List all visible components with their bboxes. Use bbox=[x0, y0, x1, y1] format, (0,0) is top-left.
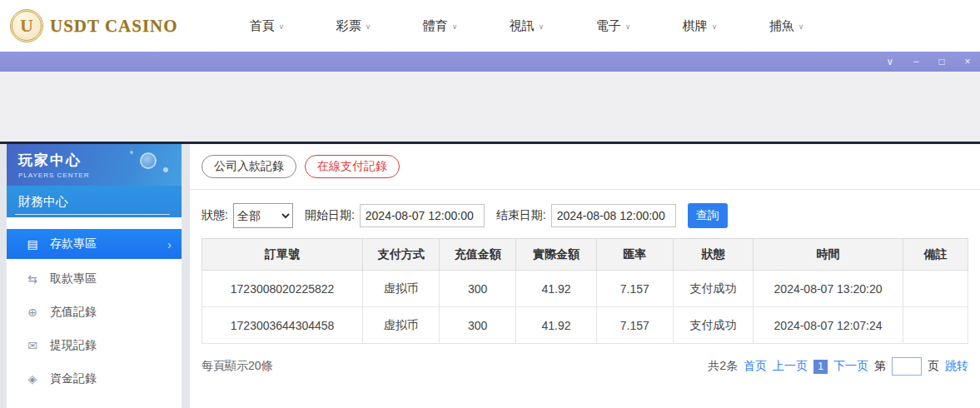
nav-label: 彩票 bbox=[336, 18, 361, 34]
cell-payment-method: 虚拟币 bbox=[363, 271, 440, 307]
player-center-subtitle: PLAYERS CENTER bbox=[18, 172, 182, 179]
nav-item-fishing[interactable]: 捕魚 ∨ bbox=[744, 18, 830, 34]
cell-time: 2024-08-07 13:20:20 bbox=[754, 271, 903, 307]
sidebar-item-label: 取款專區 bbox=[50, 271, 97, 286]
maximize-icon[interactable]: □ bbox=[936, 57, 948, 67]
table-row: 1723003644304458 虚拟币 300 41.92 7.157 支付成… bbox=[202, 307, 968, 344]
table-footer: 每頁顯示20條 共2条 首页 上一页 1 下一页 第 页 跳转 bbox=[201, 357, 968, 376]
sidebar-item-label: 存款專區 bbox=[50, 236, 97, 251]
col-remark: 備註 bbox=[903, 239, 968, 271]
records-table: 訂單號 支付方式 充值金額 實際金額 匯率 狀態 時間 備註 172300802… bbox=[201, 238, 968, 344]
col-rate: 匯率 bbox=[596, 239, 673, 271]
cell-remark bbox=[903, 271, 968, 307]
total-count: 共2条 bbox=[708, 359, 738, 374]
cell-actual-amount: 41.92 bbox=[516, 271, 597, 307]
tab-online-payment-records[interactable]: 在線支付記錄 bbox=[305, 155, 400, 178]
jump-label-post: 页 bbox=[928, 359, 939, 374]
minimize-icon[interactable]: − bbox=[910, 57, 922, 67]
close-icon[interactable]: × bbox=[962, 57, 973, 67]
nav-label: 體育 bbox=[423, 18, 448, 34]
col-status: 狀態 bbox=[673, 239, 754, 271]
sidebar-item-label: 充值記錄 bbox=[50, 305, 97, 320]
cell-actual-amount: 41.92 bbox=[516, 307, 597, 344]
finance-center-section: 財務中心 bbox=[7, 186, 182, 217]
nav-item-boardgames[interactable]: 棋牌 ∨ bbox=[657, 18, 744, 34]
chevron-down-icon: ∨ bbox=[712, 22, 718, 31]
status-label: 狀態: bbox=[201, 208, 228, 223]
sidebar-item-recharge-records[interactable]: ⊕ 充值記錄 bbox=[7, 296, 182, 329]
jump-label-pre: 第 bbox=[874, 359, 886, 374]
start-date-input[interactable] bbox=[360, 204, 485, 227]
table-row: 1723008020225822 虚拟币 300 41.92 7.157 支付成… bbox=[202, 271, 968, 307]
chevron-down-icon[interactable]: ∨ bbox=[884, 57, 896, 67]
decor-dot bbox=[130, 151, 133, 154]
recharge-record-icon: ⊕ bbox=[25, 306, 40, 319]
cell-status: 支付成功 bbox=[673, 307, 754, 344]
col-time: 時間 bbox=[754, 239, 903, 271]
tabs-row: 公司入款記錄 在線支付記錄 bbox=[201, 155, 968, 178]
main-panel: 公司入款記錄 在線支付記錄 狀態: 全部 開始日期: 结束日期: 查詢 訂單號 bbox=[190, 144, 980, 408]
main-nav: 首頁 ∨ 彩票 ∨ 體育 ∨ 視訊 ∨ 電子 ∨ 棋牌 ∨ 捕魚 ∨ bbox=[224, 18, 830, 34]
cell-recharge-amount: 300 bbox=[440, 271, 516, 307]
content-area: 玩家中心 PLAYERS CENTER 財務中心 ▤ 存款專區 › ⇆ 取款專區… bbox=[0, 144, 980, 408]
withdrawal-record-icon: ✉ bbox=[25, 339, 40, 352]
nav-item-sports[interactable]: 體育 ∨ bbox=[397, 18, 484, 34]
cell-status: 支付成功 bbox=[673, 271, 754, 307]
nav-item-slots[interactable]: 電子 ∨ bbox=[570, 18, 657, 34]
first-page-link[interactable]: 首页 bbox=[744, 359, 767, 374]
chevron-down-icon: ∨ bbox=[279, 22, 285, 31]
page-jump-input[interactable] bbox=[892, 357, 922, 376]
chevron-right-icon: › bbox=[167, 237, 172, 251]
funds-record-icon: ◈ bbox=[25, 372, 40, 386]
decor-dot bbox=[163, 167, 168, 172]
ball-icon bbox=[140, 152, 157, 169]
cell-order-number: 1723003644304458 bbox=[202, 307, 363, 344]
chevron-down-icon: ∨ bbox=[452, 22, 458, 31]
sidebar-item-deposit[interactable]: ▤ 存款專區 › bbox=[7, 229, 182, 259]
nav-label: 視訊 bbox=[510, 18, 535, 34]
next-page-link[interactable]: 下一页 bbox=[833, 359, 868, 374]
player-center-title: 玩家中心 bbox=[18, 151, 182, 170]
logo-icon: U bbox=[10, 9, 43, 42]
logo[interactable]: U USDT CASINO bbox=[10, 9, 178, 42]
chevron-down-icon: ∨ bbox=[366, 22, 371, 31]
cell-rate: 7.157 bbox=[596, 307, 673, 344]
player-center-header: 玩家中心 PLAYERS CENTER bbox=[7, 144, 182, 186]
table-header-row: 訂單號 支付方式 充值金額 實際金額 匯率 狀態 時間 備註 bbox=[202, 239, 968, 271]
col-actual-amount: 實際金額 bbox=[516, 239, 597, 271]
status-select[interactable]: 全部 bbox=[233, 203, 293, 228]
nav-item-live[interactable]: 視訊 ∨ bbox=[484, 18, 570, 34]
divider bbox=[190, 189, 980, 190]
sidebar: 玩家中心 PLAYERS CENTER 財務中心 ▤ 存款專區 › ⇆ 取款專區… bbox=[7, 144, 182, 408]
sidebar-item-funds-records[interactable]: ◈ 資金記錄 bbox=[7, 362, 182, 396]
chevron-down-icon: ∨ bbox=[798, 22, 804, 31]
nav-item-lottery[interactable]: 彩票 ∨ bbox=[311, 18, 397, 34]
tab-company-deposit-records[interactable]: 公司入款記錄 bbox=[201, 155, 296, 178]
search-button[interactable]: 查詢 bbox=[688, 203, 728, 228]
col-recharge-amount: 充值金額 bbox=[440, 239, 516, 271]
end-date-input[interactable] bbox=[551, 204, 676, 227]
sidebar-item-withdrawal-records[interactable]: ✉ 提現記錄 bbox=[7, 329, 182, 362]
page-size-text: 每頁顯示20條 bbox=[201, 359, 273, 374]
withdraw-icon: ⇆ bbox=[25, 272, 40, 286]
cell-time: 2024-08-07 12:07:24 bbox=[754, 307, 903, 344]
sidebar-menu: ▤ 存款專區 › ⇆ 取款專區 ⊕ 充值記錄 ✉ 提現記錄 ◈ 資金記錄 bbox=[7, 217, 182, 396]
nav-label: 棋牌 bbox=[683, 18, 708, 34]
window-title-bar: ∨ − □ × bbox=[0, 52, 980, 72]
sidebar-item-withdraw[interactable]: ⇆ 取款專區 bbox=[7, 262, 182, 296]
chevron-down-icon: ∨ bbox=[539, 22, 545, 31]
col-payment-method: 支付方式 bbox=[363, 239, 440, 271]
top-header: U USDT CASINO 首頁 ∨ 彩票 ∨ 體育 ∨ 視訊 ∨ 電子 ∨ 棋… bbox=[0, 0, 980, 52]
prev-page-link[interactable]: 上一页 bbox=[773, 359, 808, 374]
deposit-card-icon: ▤ bbox=[25, 237, 40, 251]
cell-payment-method: 虚拟币 bbox=[363, 307, 440, 344]
cell-remark bbox=[903, 307, 968, 344]
jump-button[interactable]: 跳转 bbox=[945, 359, 968, 374]
sidebar-item-label: 提現記錄 bbox=[50, 338, 97, 353]
start-date-label: 開始日期: bbox=[305, 208, 355, 223]
end-date-label: 结束日期: bbox=[496, 208, 546, 223]
cell-rate: 7.157 bbox=[596, 271, 673, 307]
nav-label: 首頁 bbox=[250, 18, 275, 34]
nav-item-home[interactable]: 首頁 ∨ bbox=[224, 18, 311, 34]
filter-row: 狀態: 全部 開始日期: 结束日期: 查詢 bbox=[201, 203, 968, 228]
